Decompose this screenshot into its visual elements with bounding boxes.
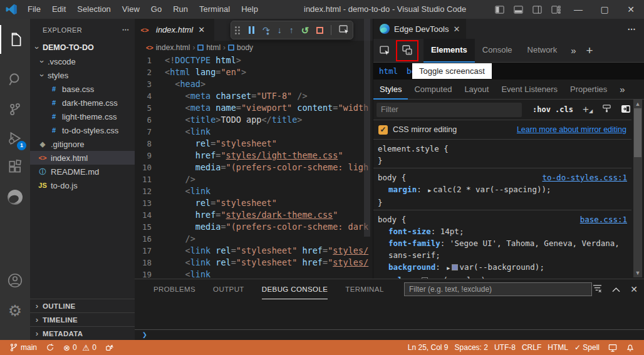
section-timeline[interactable]: ›TIMELINE [30, 312, 135, 326]
scroll-up-icon[interactable]: ▲ [633, 101, 642, 107]
styles-tab-computed[interactable]: Computed [408, 80, 458, 100]
devtools-tab[interactable]: Edge DevTools ✕ [373, 19, 466, 39]
breadcrumb-item-html[interactable]: html [206, 43, 221, 52]
toolbar-drag-handle[interactable] [235, 26, 240, 34]
inspect-element-icon[interactable] [376, 42, 393, 59]
customize-layout-icon[interactable] [546, 0, 565, 19]
more-style-tabs-icon[interactable]: » [613, 84, 631, 95]
screencast-status-icon[interactable] [605, 340, 620, 355]
css-property[interactable]: margin: ▶calc(2 * var(--spacing)); [378, 183, 627, 197]
run-debug-icon[interactable]: 1 [0, 124, 30, 153]
devtools-tab-elements[interactable]: Elements [423, 39, 475, 63]
explorer-root-folder[interactable]: ›DEMO-TO-DO [30, 41, 135, 54]
status-ln-25-col-9[interactable]: Ln 25, Col 9 [405, 340, 452, 355]
file-item-light-theme-css[interactable]: #light-theme.css [30, 110, 135, 123]
file-item-to-do-styles-css[interactable]: #to-do-styles.css [30, 123, 135, 137]
section-outline[interactable]: ›OUTLINE [30, 299, 135, 312]
status-spaces-2[interactable]: Spaces: 2 [452, 340, 491, 355]
css-property[interactable]: color: var(--color); [378, 274, 627, 279]
toggle-secondary-sidebar-icon[interactable] [527, 0, 546, 19]
toggle-panel-icon[interactable] [509, 0, 527, 19]
mirror-editing-link[interactable]: Learn more about mirror editing [517, 125, 626, 134]
pause-icon[interactable] [247, 26, 255, 35]
inspect-icon[interactable] [339, 24, 349, 36]
tab-index-html[interactable]: <> index.html ✕ [135, 19, 214, 41]
file-item-README-md[interactable]: ⓘREADME.md [30, 165, 135, 178]
status-crlf[interactable]: CRLF [519, 340, 544, 355]
css-property[interactable]: font-size: 14pt; [378, 225, 627, 237]
file-item-styles[interactable]: ›styles [30, 68, 135, 82]
breadcrumb[interactable]: <>index.html›html›body [135, 41, 373, 54]
more-tabs-icon[interactable]: » [564, 45, 582, 56]
file-item-base-css[interactable]: #base.css [30, 82, 135, 96]
explorer-icon[interactable] [0, 25, 30, 54]
menu-selection[interactable]: Selection [71, 0, 116, 19]
css-rules-pane[interactable]: element.style {}body {to-do-styles.css:1… [373, 140, 631, 279]
menu-go[interactable]: Go [145, 0, 167, 19]
css-property[interactable]: background: ▶var(--background); [378, 261, 627, 274]
rule-source-link[interactable]: to-do-styles.css:1 [543, 172, 627, 183]
color-swatch[interactable] [452, 264, 458, 270]
filter-icon[interactable] [593, 284, 602, 294]
dom-crumb-html[interactable]: html [379, 66, 398, 76]
menu-run[interactable]: Run [167, 0, 194, 19]
devtools-scrollbar[interactable]: ▲ ▼ [633, 100, 642, 277]
sync-button[interactable] [43, 340, 58, 355]
port-forward-icon[interactable] [102, 340, 117, 355]
notifications-bell-icon[interactable] [623, 340, 638, 355]
stop-icon[interactable] [316, 27, 323, 34]
menu-view[interactable]: View [117, 0, 145, 19]
debug-console-output[interactable] [135, 299, 644, 329]
close-panel-icon[interactable]: ✕ [630, 284, 638, 294]
devtools-more-actions-icon[interactable]: ⋯ [628, 24, 644, 34]
debug-console-input[interactable]: ❯ [135, 329, 644, 340]
section-metadata[interactable]: ›METADATA [30, 326, 135, 340]
toggle-screencast-icon[interactable] [396, 40, 418, 61]
extensions-icon[interactable] [0, 153, 30, 182]
accounts-icon[interactable] [0, 266, 30, 295]
tab-close-icon[interactable]: ✕ [198, 25, 205, 34]
status--spell[interactable]: ✓ Spell [571, 340, 603, 355]
step-into-icon[interactable]: ↓ [278, 26, 282, 34]
breadcrumb-item-body[interactable]: body [237, 43, 253, 52]
restart-icon[interactable]: ↺ [301, 26, 309, 35]
maximize-panel-icon[interactable] [612, 284, 620, 294]
file-item-to-do-js[interactable]: JSto-do.js [30, 178, 135, 192]
menu-edit[interactable]: Edit [46, 0, 71, 19]
devtools-tab-network[interactable]: Network [520, 39, 565, 63]
problems-indicator[interactable]: ⊗0 ⚠0 [60, 340, 100, 355]
computed-pane-toggle-icon[interactable] [621, 105, 631, 115]
paint-format-icon[interactable] [602, 104, 611, 115]
styles-tab-event-listeners[interactable]: Event Listeners [495, 80, 564, 100]
menu-help[interactable]: Help [236, 0, 264, 19]
file-item--gitignore[interactable]: ◆.gitignore [30, 137, 135, 151]
styles-tab-styles[interactable]: Styles [373, 80, 408, 100]
panel-tab-output[interactable]: OUTPUT [213, 279, 244, 299]
styles-tab-layout[interactable]: Layout [458, 80, 495, 100]
branch-indicator[interactable]: main [6, 340, 40, 355]
scroll-down-icon[interactable]: ▼ [633, 270, 642, 276]
pseudo-class-buttons[interactable]: :hov .cls [532, 105, 573, 114]
breadcrumb-item-index.html[interactable]: index.html [156, 43, 190, 52]
menu-file[interactable]: File [22, 0, 46, 19]
panel-tab-terminal[interactable]: TERMINAL [345, 279, 383, 299]
new-style-rule-icon[interactable]: +◢ [583, 103, 593, 116]
status-html[interactable]: HTML [544, 340, 571, 355]
step-over-icon[interactable]: ↷● [262, 26, 270, 34]
explorer-more-actions-icon[interactable]: ⋯ [122, 26, 130, 34]
rule-source-link[interactable]: base.css:1 [580, 214, 627, 225]
styles-filter-input[interactable] [377, 103, 522, 117]
search-icon[interactable] [0, 65, 30, 94]
new-tab-icon[interactable]: + [583, 44, 597, 58]
close-button[interactable]: ✕ [618, 0, 644, 19]
editor-scrollbar[interactable] [364, 19, 370, 237]
panel-tab-problems[interactable]: PROBLEMS [153, 279, 195, 299]
status-utf-8[interactable]: UTF-8 [491, 340, 519, 355]
step-out-icon[interactable]: ↑ [289, 26, 294, 34]
file-item-dark-theme-css[interactable]: #dark-theme.css [30, 96, 135, 110]
menu-terminal[interactable]: Terminal [194, 0, 236, 19]
settings-gear-icon[interactable]: ⚙ [0, 296, 30, 325]
expand-arrow-icon[interactable]: ▶ [447, 265, 450, 271]
file-item--vscode[interactable]: ›.vscode [30, 54, 135, 68]
maximize-button[interactable]: ▢ [591, 0, 618, 19]
